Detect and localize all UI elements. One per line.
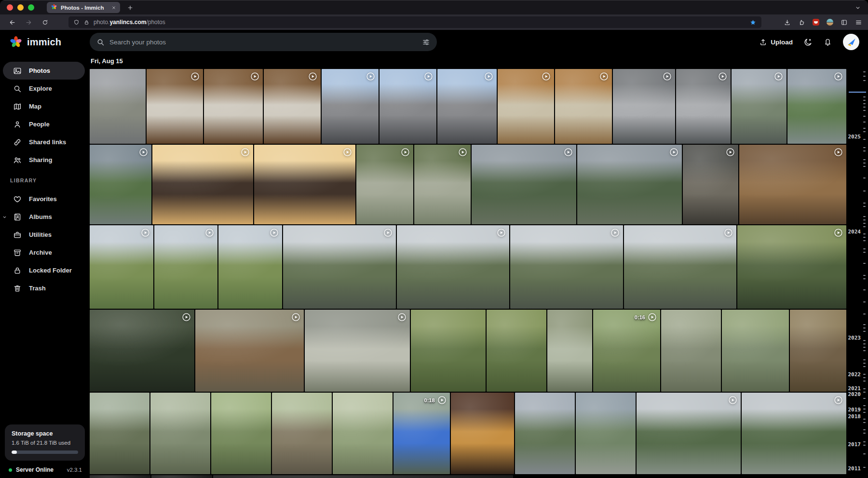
video-thumbnail[interactable] — [90, 225, 153, 309]
menu-icon[interactable] — [855, 19, 862, 26]
video-thumbnail[interactable] — [739, 145, 846, 224]
new-tab-button[interactable] — [127, 4, 134, 11]
search-input[interactable] — [109, 39, 417, 46]
video-thumbnail[interactable] — [637, 393, 741, 474]
photo-thumbnail[interactable] — [272, 393, 332, 474]
notifications-bell-icon[interactable] — [823, 38, 832, 47]
adblock-icon[interactable] — [813, 19, 819, 26]
photo-thumbnail[interactable] — [661, 310, 721, 392]
timeline-year-label[interactable]: 2023 — [848, 335, 861, 341]
video-thumbnail[interactable] — [510, 225, 623, 309]
video-thumbnail[interactable] — [577, 145, 682, 224]
photo-thumbnail[interactable] — [90, 475, 150, 478]
sidebar-item-people[interactable]: People — [3, 115, 85, 133]
video-thumbnail[interactable] — [90, 145, 151, 224]
address-bar[interactable]: photo.yanlincs.com/photos — [68, 16, 761, 28]
video-thumbnail[interactable] — [613, 69, 675, 144]
timeline-year-label[interactable]: 2021 — [848, 385, 861, 391]
video-thumbnail[interactable] — [90, 310, 194, 392]
extension-icon[interactable] — [798, 19, 805, 26]
video-thumbnail[interactable] — [472, 145, 576, 224]
timeline-year-label[interactable]: 2019 — [848, 406, 861, 412]
forward-button[interactable] — [22, 16, 35, 28]
sidebar-item-locked-folder[interactable]: Locked Folder — [3, 261, 85, 279]
sidebar-item-trash[interactable]: Trash — [3, 279, 85, 297]
profile-extension-icon[interactable] — [827, 19, 833, 26]
video-thumbnail[interactable] — [732, 69, 786, 144]
photo-thumbnail[interactable] — [487, 310, 546, 392]
close-window-button[interactable] — [7, 4, 13, 11]
video-thumbnail[interactable] — [437, 69, 496, 144]
scrubber-position-indicator[interactable] — [849, 92, 866, 93]
video-thumbnail[interactable]: 0:18 — [393, 393, 449, 474]
theme-toggle-moon-icon[interactable] — [803, 38, 813, 47]
photo-thumbnail[interactable] — [790, 310, 846, 392]
tracking-shield-icon[interactable] — [73, 19, 80, 26]
video-thumbnail[interactable] — [498, 69, 554, 144]
user-avatar[interactable] — [843, 34, 859, 50]
video-thumbnail[interactable] — [151, 475, 212, 478]
sidebar-item-shared-links[interactable]: Shared links — [3, 133, 85, 151]
video-thumbnail[interactable] — [397, 225, 510, 309]
upload-button[interactable]: Upload — [759, 38, 793, 46]
video-thumbnail[interactable] — [195, 310, 304, 392]
video-thumbnail[interactable] — [283, 225, 396, 309]
video-thumbnail[interactable]: 0:16 — [593, 310, 660, 392]
timeline-scrubber[interactable]: 2025202420232022202120202019201820172011 — [846, 54, 868, 478]
video-thumbnail[interactable] — [305, 310, 409, 392]
minimize-window-button[interactable] — [17, 4, 24, 11]
video-thumbnail[interactable] — [254, 145, 355, 224]
search-filter-icon[interactable] — [422, 38, 430, 46]
timeline-year-label[interactable]: 2022 — [848, 371, 861, 377]
sidebar-item-archive[interactable]: Archive — [3, 244, 85, 261]
sidebar-item-map[interactable]: Map — [3, 97, 85, 115]
reload-button[interactable] — [39, 16, 51, 28]
sidebar-item-albums[interactable]: Albums — [3, 208, 85, 226]
back-button[interactable] — [6, 16, 18, 28]
timeline-year-label[interactable]: 2020 — [848, 391, 861, 397]
video-thumbnail[interactable] — [147, 69, 203, 144]
video-thumbnail[interactable] — [737, 225, 846, 309]
video-thumbnail[interactable] — [787, 69, 846, 144]
video-thumbnail[interactable] — [218, 225, 282, 309]
video-thumbnail[interactable] — [322, 69, 379, 144]
photo-thumbnail[interactable] — [211, 393, 271, 474]
photo-thumbnail[interactable] — [411, 310, 486, 392]
lock-icon[interactable] — [83, 19, 90, 26]
timeline-year-label[interactable]: 2017 — [848, 441, 861, 447]
photo-thumbnail[interactable] — [333, 393, 393, 474]
video-thumbnail[interactable] — [676, 69, 731, 144]
tab-list-chevron-icon[interactable] — [854, 4, 861, 11]
photo-thumbnail[interactable] — [451, 393, 514, 474]
photo-thumbnail[interactable] — [90, 69, 146, 144]
sidebar-item-sharing[interactable]: Sharing — [3, 151, 85, 169]
video-thumbnail[interactable] — [624, 225, 737, 309]
video-thumbnail[interactable] — [555, 69, 612, 144]
video-thumbnail[interactable] — [204, 69, 263, 144]
browser-tab[interactable]: Photos - Immich — [47, 2, 120, 13]
sidebar-item-explore[interactable]: Explore — [3, 80, 85, 97]
immich-brand[interactable]: immich — [0, 35, 90, 49]
photo-thumbnail[interactable] — [576, 393, 636, 474]
timeline-year-label[interactable]: 2025 — [848, 134, 861, 140]
bookmark-star-icon[interactable] — [749, 19, 757, 26]
zoom-window-button[interactable] — [28, 4, 34, 11]
photo-thumbnail[interactable] — [547, 310, 592, 392]
timeline-year-label[interactable]: 2024 — [848, 229, 861, 235]
video-thumbnail[interactable] — [683, 145, 739, 224]
video-thumbnail[interactable] — [264, 69, 321, 144]
video-thumbnail[interactable] — [742, 393, 846, 474]
photo-thumbnail[interactable] — [515, 393, 575, 474]
video-thumbnail[interactable] — [152, 145, 254, 224]
video-thumbnail[interactable] — [414, 145, 471, 224]
timeline-year-label[interactable]: 2011 — [848, 465, 861, 471]
sidebar-item-photos[interactable]: Photos — [3, 62, 85, 80]
sidebar-icon[interactable] — [841, 19, 848, 26]
tab-close-icon[interactable] — [111, 5, 116, 10]
sidebar-item-utilities[interactable]: Utilities — [3, 226, 85, 244]
albums-expand-chevron-icon[interactable] — [2, 214, 7, 219]
photo-thumbnail[interactable] — [722, 310, 789, 392]
video-thumbnail[interactable] — [356, 145, 413, 224]
search-bar[interactable] — [90, 33, 437, 51]
photo-thumbnail[interactable] — [150, 393, 210, 474]
